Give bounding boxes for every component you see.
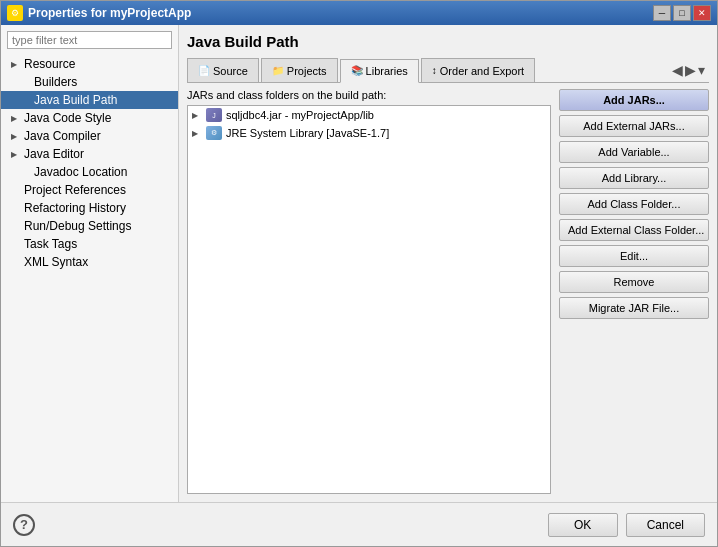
sidebar-item-java-code-style[interactable]: ▶ Java Code Style [1, 109, 178, 127]
window-title: Properties for myProjectApp [28, 6, 191, 20]
edit-button[interactable]: Edit... [559, 245, 709, 267]
main-panel: Java Build Path 📄 Source 📁 Projects 📚 Li… [179, 25, 717, 502]
list-item-label: sqljdbc4.jar - myProjectApp/lib [226, 109, 374, 121]
tab-order-and-export[interactable]: ↕ Order and Export [421, 58, 535, 82]
add-variable-button[interactable]: Add Variable... [559, 141, 709, 163]
sidebar-item-task-tags[interactable]: Task Tags [1, 235, 178, 253]
sidebar-item-label: Task Tags [24, 237, 77, 251]
sidebar: ▶ Resource Builders Java Build Path ▶ Ja… [1, 25, 179, 502]
add-external-jars-button[interactable]: Add External JARs... [559, 115, 709, 137]
list-item[interactable]: ▶ J sqljdbc4.jar - myProjectApp/lib [188, 106, 550, 124]
sidebar-item-refactoring-history[interactable]: Refactoring History [1, 199, 178, 217]
sidebar-item-label: Java Build Path [34, 93, 117, 107]
source-tab-icon: 📄 [198, 65, 210, 76]
sidebar-item-run-debug-settings[interactable]: Run/Debug Settings [1, 217, 178, 235]
tab-source[interactable]: 📄 Source [187, 58, 259, 82]
title-bar-left: ⚙ Properties for myProjectApp [7, 5, 191, 21]
list-expand-arrow-icon: ▶ [192, 129, 202, 138]
expand-arrow-icon: ▶ [11, 114, 21, 123]
sidebar-item-xml-syntax[interactable]: XML Syntax [1, 253, 178, 271]
tab-bar: 📄 Source 📁 Projects 📚 Libraries ↕ Order … [187, 58, 709, 83]
tab-nav-arrows: ◀ ▶ ▾ [672, 62, 709, 78]
list-expand-arrow-icon: ▶ [192, 111, 202, 120]
expand-arrow-icon: ▶ [11, 132, 21, 141]
bottom-bar: ? OK Cancel [1, 502, 717, 546]
button-panel: Add JARs... Add External JARs... Add Var… [559, 89, 709, 494]
help-button[interactable]: ? [13, 514, 35, 536]
sidebar-item-label: Builders [34, 75, 77, 89]
tab-order-label: Order and Export [440, 65, 524, 77]
panel-content: JARs and class folders on the build path… [187, 89, 709, 494]
add-library-button[interactable]: Add Library... [559, 167, 709, 189]
add-external-class-folder-button[interactable]: Add External Class Folder... [559, 219, 709, 241]
nav-dropdown-icon[interactable]: ▾ [698, 62, 705, 78]
nav-back-icon[interactable]: ◀ [672, 62, 683, 78]
add-class-folder-button[interactable]: Add Class Folder... [559, 193, 709, 215]
left-section: JARs and class folders on the build path… [187, 89, 551, 494]
add-jars-button[interactable]: Add JARs... [559, 89, 709, 111]
sidebar-item-resource[interactable]: ▶ Resource [1, 55, 178, 73]
title-bar: ⚙ Properties for myProjectApp ─ □ ✕ [1, 1, 717, 25]
projects-tab-icon: 📁 [272, 65, 284, 76]
maximize-button[interactable]: □ [673, 5, 691, 21]
panel-title: Java Build Path [187, 33, 709, 50]
libraries-tab-icon: 📚 [351, 65, 363, 76]
content-area: ▶ Resource Builders Java Build Path ▶ Ja… [1, 25, 717, 502]
filter-input[interactable] [7, 31, 172, 49]
tab-libraries-label: Libraries [366, 65, 408, 77]
sidebar-item-label: Java Code Style [24, 111, 111, 125]
bottom-buttons: OK Cancel [548, 513, 705, 537]
tab-projects-label: Projects [287, 65, 327, 77]
tab-source-label: Source [213, 65, 248, 77]
properties-dialog: ⚙ Properties for myProjectApp ─ □ ✕ ▶ Re… [0, 0, 718, 547]
order-tab-icon: ↕ [432, 65, 437, 76]
sidebar-item-project-references[interactable]: Project References [1, 181, 178, 199]
sidebar-item-java-build-path[interactable]: Java Build Path [1, 91, 178, 109]
window-icon: ⚙ [7, 5, 23, 21]
list-item-label: JRE System Library [JavaSE-1.7] [226, 127, 389, 139]
title-bar-controls: ─ □ ✕ [653, 5, 711, 21]
minimize-button[interactable]: ─ [653, 5, 671, 21]
nav-forward-icon[interactable]: ▶ [685, 62, 696, 78]
tab-projects[interactable]: 📁 Projects [261, 58, 338, 82]
close-button[interactable]: ✕ [693, 5, 711, 21]
sidebar-item-label: Refactoring History [24, 201, 126, 215]
jar-file-icon: J [206, 108, 222, 122]
sidebar-item-builders[interactable]: Builders [1, 73, 178, 91]
remove-button[interactable]: Remove [559, 271, 709, 293]
expand-arrow-icon: ▶ [11, 60, 21, 69]
tab-libraries[interactable]: 📚 Libraries [340, 59, 419, 83]
sidebar-item-java-editor[interactable]: ▶ Java Editor [1, 145, 178, 163]
expand-arrow-icon: ▶ [11, 150, 21, 159]
cancel-button[interactable]: Cancel [626, 513, 705, 537]
sidebar-item-javadoc-location[interactable]: Javadoc Location [1, 163, 178, 181]
migrate-jar-button[interactable]: Migrate JAR File... [559, 297, 709, 319]
section-label: JARs and class folders on the build path… [187, 89, 551, 101]
sidebar-item-label: Java Compiler [24, 129, 101, 143]
list-item[interactable]: ▶ ⚙ JRE System Library [JavaSE-1.7] [188, 124, 550, 142]
sidebar-item-label: Javadoc Location [34, 165, 127, 179]
sidebar-item-label: Run/Debug Settings [24, 219, 131, 233]
sidebar-item-java-compiler[interactable]: ▶ Java Compiler [1, 127, 178, 145]
sidebar-item-label: Resource [24, 57, 75, 71]
ok-button[interactable]: OK [548, 513, 618, 537]
jre-library-icon: ⚙ [206, 126, 222, 140]
sidebar-item-label: Project References [24, 183, 126, 197]
build-path-list[interactable]: ▶ J sqljdbc4.jar - myProjectApp/lib ▶ ⚙ … [187, 105, 551, 494]
sidebar-item-label: XML Syntax [24, 255, 88, 269]
sidebar-item-label: Java Editor [24, 147, 84, 161]
